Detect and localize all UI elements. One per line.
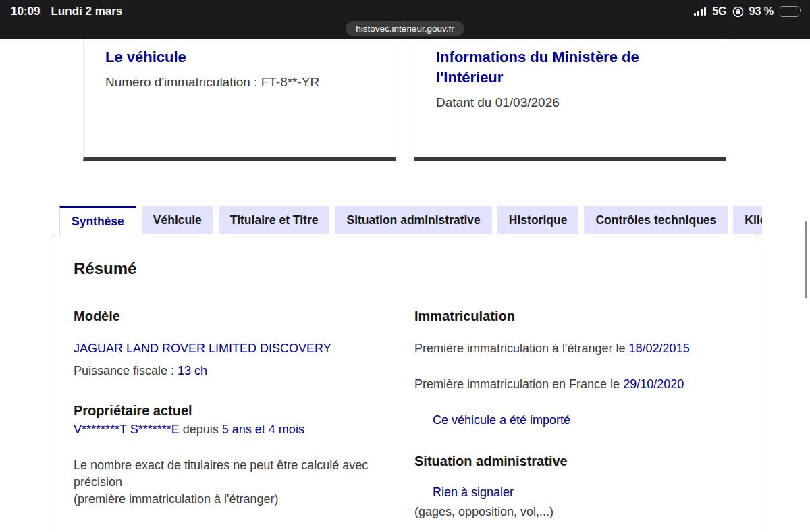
ministry-card-title: Informations du Ministère de l'Intérieur — [436, 47, 704, 88]
first-foreign-registration-line: Première immatriculation à l'étranger le… — [414, 340, 736, 357]
right-column: Immatriculation Première immatriculation… — [414, 308, 736, 521]
status-bar: 10:09 Lundi 2 mars 5G 93 % histovec.inte… — [0, 0, 810, 39]
fiscal-power-line: Puissance fiscale : 13 ch — [74, 363, 392, 379]
fiscal-power-label: Puissance fiscale : — [74, 364, 178, 377]
vehicle-card-title: Le véhicule — [105, 47, 374, 68]
registration-heading: Immatriculation — [414, 308, 736, 324]
tab-situation-administrative[interactable]: Situation administrative — [335, 206, 491, 234]
ministry-card: Informations du Ministère de l'Intérieur… — [414, 39, 726, 161]
admin-status-note: (gages, opposition, vol,...) — [414, 504, 736, 521]
owner-masked-name: V********T S*******E — [74, 423, 180, 436]
owner-line: V********T S*******E depuis 5 ans et 4 m… — [74, 421, 392, 438]
owners-count-note-reason: (première immatriculation à l'étranger) — [74, 492, 279, 506]
summary-title: Résumé — [74, 259, 759, 278]
tab-kilometrage[interactable]: Kilométrage — [733, 206, 762, 234]
owners-count-note-text: Le nombre exact de titulaires ne peut êt… — [74, 458, 368, 489]
orientation-lock-icon — [732, 6, 744, 18]
battery-icon — [780, 6, 799, 17]
signal-strength-icon — [694, 7, 706, 16]
vertical-scrollbar[interactable] — [805, 221, 807, 298]
imported-vehicle-link[interactable]: Ce véhicule a été importé — [433, 413, 570, 427]
model-heading: Modèle — [74, 308, 392, 324]
owner-heading: Propriétaire actuel — [74, 402, 392, 419]
tab-vehicule[interactable]: Véhicule — [142, 206, 213, 234]
date: Lundi 2 mars — [51, 5, 122, 18]
admin-status-heading: Situation administrative — [414, 453, 736, 469]
model-link[interactable]: JAGUAR LAND ROVER LIMITED DISCOVERY — [74, 342, 331, 355]
battery-percent: 93 % — [749, 5, 774, 18]
network-type: 5G — [712, 5, 726, 18]
tab-historique[interactable]: Historique — [497, 206, 579, 234]
first-france-registration-line: Première immatriculation en France le 29… — [414, 376, 736, 393]
first-foreign-registration-date: 18/02/2015 — [629, 342, 690, 355]
first-foreign-registration-label: Première immatriculation à l'étranger le — [414, 342, 629, 355]
owners-count-note: Le nombre exact de titulaires ne peut êt… — [74, 457, 392, 508]
first-france-registration-date: 29/10/2020 — [623, 377, 684, 391]
vehicle-registration-number: Numéro d'immatriculation : FT-8**-YR — [105, 74, 374, 90]
clock: 10:09 — [11, 5, 40, 18]
synthese-panel: Résumé Modèle JAGUAR LAND ROVER LIMITED … — [51, 234, 759, 532]
owner-since-value: 5 ans et 4 mois — [222, 423, 304, 436]
owner-since-label: depuis — [180, 423, 222, 436]
url-bar[interactable]: histovec.interieur.gouv.fr — [346, 21, 464, 36]
first-france-registration-label: Première immatriculation en France le — [414, 377, 623, 391]
tab-synthese[interactable]: Synthèse — [59, 206, 136, 236]
summary-cards: Le véhicule Numéro d'immatriculation : F… — [0, 39, 810, 161]
tab-bar: Synthèse Véhicule Titulaire et Titre Sit… — [59, 206, 762, 234]
tab-titulaire-et-titre[interactable]: Titulaire et Titre — [219, 206, 330, 234]
left-column: Modèle JAGUAR LAND ROVER LIMITED DISCOVE… — [74, 308, 392, 521]
fiscal-power-value: 13 ch — [178, 364, 207, 377]
admin-status-link[interactable]: Rien à signaler — [433, 485, 514, 499]
vehicle-card: Le véhicule Numéro d'immatriculation : F… — [83, 39, 396, 161]
ministry-card-date: Datant du 01/03/2026 — [436, 95, 704, 111]
tab-controles-techniques[interactable]: Contrôles techniques — [584, 206, 728, 234]
